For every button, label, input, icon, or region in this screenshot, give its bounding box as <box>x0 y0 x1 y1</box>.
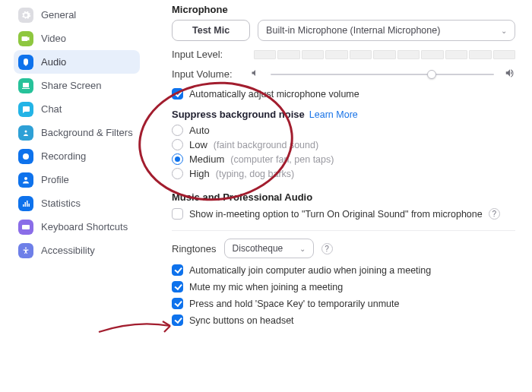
noise-option-label: Low <box>189 139 207 150</box>
test-mic-button[interactable]: Test Mic <box>172 20 250 41</box>
audio-option-row: Automatically join computer audio when j… <box>172 264 515 276</box>
sidebar-item-audio[interactable]: Audio <box>14 50 140 74</box>
audio-option-row: Mute my mic when joining a meeting <box>172 281 515 292</box>
sidebar-item-video[interactable]: Video <box>14 27 140 50</box>
sidebar-item-label: Share Screen <box>41 80 102 91</box>
svg-point-0 <box>25 130 27 132</box>
audio-icon <box>18 55 33 70</box>
chevron-down-icon: ⌄ <box>501 27 507 35</box>
ringtones-label: Ringtones <box>172 243 217 254</box>
noise-option-low[interactable]: Low (faint background sound) <box>172 139 515 150</box>
sidebar-item-label: Recording <box>41 150 86 162</box>
sidebar-item-label: Keyboard Shortcuts <box>41 221 128 232</box>
auto-adjust-mic-label: Automatically adjust microphone volume <box>189 89 359 100</box>
noise-option-high[interactable]: High (typing, dog barks) <box>172 168 515 179</box>
noise-option-auto[interactable]: Auto <box>172 125 515 136</box>
access-icon <box>18 243 33 258</box>
audio-option-label: Press and hold 'Space Key' to temporaril… <box>189 299 399 309</box>
share-icon <box>18 78 33 93</box>
audio-option-checkbox-2[interactable] <box>172 298 183 309</box>
settings-sidebar: GeneralVideoAudioShare ScreenChatBackgro… <box>0 0 149 392</box>
audio-option-checkbox-0[interactable] <box>172 264 183 276</box>
sidebar-item-profile[interactable]: Profile <box>14 168 140 191</box>
original-sound-checkbox[interactable] <box>172 208 183 220</box>
sidebar-item-accessibility[interactable]: Accessibility <box>14 239 140 262</box>
chat-icon <box>18 102 33 117</box>
sidebar-item-label: Video <box>41 33 66 44</box>
help-icon[interactable]: ? <box>321 243 333 254</box>
input-level-label: Input Level: <box>172 49 240 60</box>
microphone-section-title: Microphone <box>172 4 515 15</box>
rec-icon <box>18 149 33 164</box>
original-sound-label: Show in-meeting option to "Turn On Origi… <box>189 209 483 220</box>
music-audio-title: Music and Professional Audio <box>172 191 515 203</box>
audio-option-checkbox-1[interactable] <box>172 281 183 292</box>
audio-settings-panel: Microphone Test Mic Built-in Microphone … <box>149 0 532 392</box>
noise-option-hint: (typing, dog barks) <box>216 169 295 179</box>
audio-option-checkbox-3[interactable] <box>172 315 183 326</box>
noise-option-medium[interactable]: Medium (computer fan, pen taps) <box>172 153 515 165</box>
sidebar-item-label: Accessibility <box>41 245 95 256</box>
radio[interactable] <box>172 139 183 150</box>
sidebar-item-keyboard-shortcuts[interactable]: Keyboard Shortcuts <box>14 215 140 239</box>
noise-option-hint: (computer fan, pen taps) <box>230 154 334 165</box>
sidebar-item-chat[interactable]: Chat <box>14 97 140 121</box>
sidebar-item-general[interactable]: General <box>14 3 140 27</box>
suppress-noise-learn-more-link[interactable]: Learn More <box>309 109 358 120</box>
microphone-device-select[interactable]: Built-in Microphone (Internal Microphone… <box>258 20 515 41</box>
video-icon <box>18 31 33 46</box>
ringtones-value: Discotheque <box>233 243 283 254</box>
slider-thumb[interactable] <box>427 70 436 79</box>
audio-option-label: Sync buttons on headset <box>189 315 294 326</box>
speaker-high-icon <box>505 68 515 81</box>
sidebar-item-label: General <box>41 9 76 21</box>
sidebar-item-recording[interactable]: Recording <box>14 144 140 168</box>
noise-option-hint: (faint background sound) <box>214 140 318 150</box>
input-volume-slider[interactable] <box>271 74 494 75</box>
microphone-device-value: Built-in Microphone (Internal Microphone… <box>266 25 440 36</box>
sidebar-item-label: Chat <box>41 103 62 115</box>
noise-option-label: Medium <box>189 153 224 165</box>
audio-option-label: Mute my mic when joining a meeting <box>189 282 343 292</box>
auto-adjust-mic-checkbox[interactable] <box>172 88 183 100</box>
gear-icon <box>18 8 33 23</box>
audio-option-row: Sync buttons on headset <box>172 315 515 326</box>
stats-icon <box>18 196 33 211</box>
noise-option-label: High <box>189 168 210 179</box>
input-level-meter <box>254 50 515 59</box>
suppress-noise-title: Suppress background noise <box>172 109 305 120</box>
sidebar-item-label: Background & Filters <box>41 127 133 138</box>
ringtones-select[interactable]: Discotheque ⌄ <box>224 239 314 258</box>
chevron-down-icon: ⌄ <box>299 245 306 253</box>
svg-point-4 <box>25 247 27 248</box>
bg-icon <box>18 125 33 141</box>
audio-option-label: Automatically join computer audio when j… <box>189 265 431 276</box>
input-volume-label: Input Volume: <box>172 68 240 80</box>
svg-point-2 <box>24 177 27 180</box>
sidebar-item-share-screen[interactable]: Share Screen <box>14 74 140 97</box>
sidebar-item-statistics[interactable]: Statistics <box>14 191 140 215</box>
radio[interactable] <box>172 168 183 179</box>
keys-icon <box>18 220 33 235</box>
help-icon[interactable]: ? <box>489 208 500 220</box>
sidebar-item-label: Statistics <box>41 198 81 209</box>
svg-rect-3 <box>22 225 30 229</box>
profile-icon <box>18 172 33 188</box>
radio[interactable] <box>172 153 183 165</box>
speaker-low-icon <box>251 68 260 80</box>
noise-option-label: Auto <box>189 125 210 136</box>
sidebar-item-label: Profile <box>41 174 69 185</box>
sidebar-item-label: Audio <box>41 56 66 68</box>
radio[interactable] <box>172 125 183 136</box>
audio-option-row: Press and hold 'Space Key' to temporaril… <box>172 298 515 309</box>
divider <box>172 230 515 231</box>
svg-point-1 <box>23 153 29 160</box>
sidebar-item-background-filters[interactable]: Background & Filters <box>14 121 140 144</box>
